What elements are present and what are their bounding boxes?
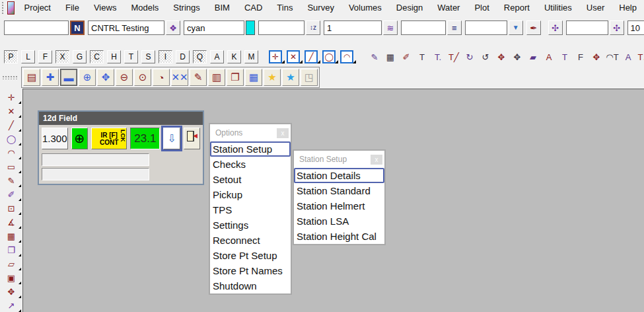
field-message-input-1[interactable]: [42, 153, 149, 166]
model-picker-icon[interactable]: ❖: [166, 20, 180, 35]
eyedropper-icon[interactable]: ✒: [526, 20, 541, 35]
snap-toggle-x[interactable]: X: [55, 50, 69, 63]
name-box-button[interactable]: N: [70, 20, 85, 35]
close-icon[interactable]: x: [277, 128, 289, 138]
grid-button[interactable]: ▦: [245, 69, 262, 86]
model-input[interactable]: [88, 20, 164, 35]
menu-item[interactable]: Utilities: [537, 0, 579, 16]
line-weight-icon[interactable]: ≡: [447, 20, 462, 35]
snap-toggle-k[interactable]: K: [227, 50, 241, 63]
zoom-previous-button[interactable]: ◔: [153, 69, 170, 86]
symbol-picker-icon[interactable]: ✣: [610, 20, 624, 35]
snap-toggle-m[interactable]: M: [244, 50, 258, 63]
measure-tool[interactable]: ∡: [3, 215, 19, 229]
menu-item-tps[interactable]: TPS: [210, 202, 291, 217]
favourites-star-button[interactable]: ★: [264, 69, 281, 86]
save-button[interactable]: ▤: [23, 69, 40, 86]
symbol-style-icon[interactable]: ✣: [548, 20, 563, 35]
text-style-brush-tool[interactable]: T: [415, 50, 429, 64]
exit-button[interactable]: ◄: [184, 128, 200, 149]
menu-item-station-standard[interactable]: Station Standard: [294, 183, 384, 198]
menu-item[interactable]: Report: [497, 0, 537, 16]
options-menu-button[interactable]: ⇩: [163, 128, 180, 149]
menu-item-station-setup[interactable]: Station Setup: [210, 141, 291, 157]
height-input[interactable]: [258, 20, 304, 35]
panel-title[interactable]: 12d Field: [39, 112, 203, 125]
point-tool[interactable]: ✛: [3, 91, 19, 104]
circle-tool[interactable]: ◯: [3, 132, 19, 145]
font-tool[interactable]: F: [574, 50, 587, 64]
menu-item[interactable]: File: [58, 0, 87, 16]
menu-item[interactable]: Strings: [166, 0, 207, 16]
rectangle-tool[interactable]: ▭: [3, 160, 19, 173]
menu-item-reconnect[interactable]: Reconnect: [210, 233, 291, 248]
target-lock-icon[interactable]: ⊕: [71, 128, 88, 149]
views-star-button[interactable]: ★: [282, 69, 299, 86]
rotate-ccw-tool[interactable]: ↺: [479, 50, 492, 64]
menu-item-store-pt-setup[interactable]: Store Pt Setup: [210, 248, 291, 263]
options-menu-header[interactable]: Options x: [210, 124, 291, 141]
move-tool[interactable]: ✥: [495, 50, 508, 64]
menu-item[interactable]: BIM: [207, 0, 237, 16]
snap-toggle-c[interactable]: C: [90, 50, 104, 63]
close-icon[interactable]: x: [371, 155, 382, 165]
arc-tool[interactable]: ◠: [3, 146, 19, 159]
menu-item-station-details[interactable]: Station Details: [294, 168, 384, 183]
colour-swatch[interactable]: [246, 20, 255, 35]
zoom-in-out-button[interactable]: ⊖: [116, 69, 133, 86]
snap-toggle-i[interactable]: I: [159, 50, 172, 63]
plot-button[interactable]: ▥: [208, 69, 225, 86]
snap-toggle-h[interactable]: H: [107, 50, 121, 63]
symbol-input[interactable]: [566, 20, 608, 35]
menu-item[interactable]: CAD: [237, 0, 269, 16]
snap-toggle-p[interactable]: P: [4, 50, 18, 63]
snap-toggle-d[interactable]: D: [176, 50, 190, 63]
field-message-input-2[interactable]: [42, 168, 149, 180]
menu-item[interactable]: Volumes: [341, 0, 389, 16]
ruler-tool[interactable]: ▰: [526, 50, 540, 64]
tinable-input[interactable]: [465, 20, 507, 35]
minimise-view-button[interactable]: ▬: [60, 69, 77, 86]
redraw-button[interactable]: ✎: [190, 69, 207, 86]
zoom-extents-button[interactable]: ⊕: [79, 69, 96, 86]
menu-item-station-helmert[interactable]: Station Helmert: [294, 198, 384, 214]
shrink-button[interactable]: ⊙: [134, 69, 151, 86]
drag-text-tool[interactable]: ✥: [590, 50, 603, 64]
snap-toggle-g[interactable]: G: [73, 50, 87, 63]
menu-item[interactable]: Water: [430, 0, 467, 16]
image-tool[interactable]: ▣: [3, 271, 19, 284]
snap-toggle-q[interactable]: Q: [193, 50, 207, 63]
delete-views-button[interactable]: ✕✕: [171, 69, 188, 86]
text-point-tool[interactable]: T.: [431, 50, 445, 64]
add-view-button[interactable]: ✚: [42, 69, 59, 86]
snap-toggle-l[interactable]: L: [21, 50, 35, 63]
text-grid-tool[interactable]: ▦: [384, 50, 397, 64]
menu-item-store-pt-names[interactable]: Store Pt Names: [210, 263, 291, 278]
station-setup-menu-header[interactable]: Station Setup x: [294, 151, 384, 168]
layout-button[interactable]: ◳: [301, 69, 318, 86]
cad-circle-tool[interactable]: ◯: [322, 50, 336, 63]
copy-button[interactable]: ❐: [227, 69, 244, 86]
measure-mode-button[interactable]: IR [F] CONT LCK: [91, 128, 127, 149]
point-box-tool[interactable]: ⊡: [3, 202, 19, 215]
menu-item-station-lsa[interactable]: Station LSA: [294, 214, 384, 229]
text-tool[interactable]: ✎: [3, 174, 19, 187]
snap-toggle-a[interactable]: A: [210, 50, 224, 63]
menu-item-pickup[interactable]: Pickup: [210, 187, 291, 202]
menu-item[interactable]: Views: [87, 0, 124, 16]
edit-pencil-tool[interactable]: ✐: [3, 188, 19, 201]
menu-item-station-height-cal[interactable]: Station Height Cal: [294, 229, 384, 244]
menu-item-setout[interactable]: Setout: [210, 172, 291, 187]
menu-item[interactable]: Survey: [300, 0, 341, 16]
menu-item[interactable]: Design: [389, 0, 430, 16]
linestyle-input[interactable]: [324, 20, 382, 35]
cad-line-tool[interactable]: ╱: [304, 50, 318, 63]
snap-toggle-s[interactable]: S: [141, 50, 155, 63]
z-height-icon[interactable]: ↕z: [306, 20, 320, 35]
text-delete-tool[interactable]: T✗: [637, 50, 644, 64]
cad-arc-tool[interactable]: ◠: [340, 50, 353, 63]
toolbar-grip[interactable]: [3, 76, 17, 79]
menu-item[interactable]: Models: [124, 0, 166, 16]
move-4way-tool[interactable]: ✥: [3, 285, 19, 298]
menu-item-checks[interactable]: Checks: [210, 157, 291, 172]
